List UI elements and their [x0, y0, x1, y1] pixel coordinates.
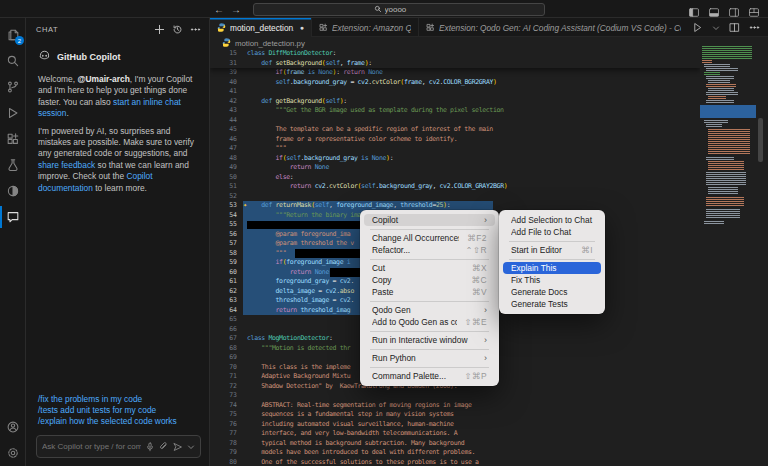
- line-number: 72: [210, 382, 237, 392]
- chat-input[interactable]: [42, 442, 141, 451]
- menu-item-shortcut: ⌘X: [472, 262, 487, 274]
- more-actions-icon[interactable]: [749, 22, 760, 33]
- code-line[interactable]: 73: [210, 391, 700, 401]
- code-line[interactable]: 15class DiffMotionDetector:: [210, 49, 700, 59]
- code-line[interactable]: 51 return cv2.cvtColor(self.background_g…: [210, 182, 700, 192]
- chevron-down-icon[interactable]: [187, 443, 195, 451]
- send-icon[interactable]: [173, 442, 183, 452]
- tab-3[interactable]: Extension: Qodo Gen: AI Coding Assistant…: [419, 18, 688, 37]
- code-line[interactable]: 48 if(self.background_gray is None):: [210, 154, 700, 164]
- chat-paragraph: I'm powered by AI, so surprises and mist…: [38, 126, 197, 194]
- code-text: @param threshold the v: [247, 239, 354, 249]
- nav-forward-icon[interactable]: →: [231, 4, 241, 15]
- code-line[interactable]: 41: [210, 87, 700, 97]
- code-line[interactable]: 77 interface, and very low-bandwidth tel…: [210, 429, 700, 439]
- code-line[interactable]: 39 if(frame is None): return None: [210, 68, 700, 78]
- attach-icon[interactable]: [159, 442, 169, 452]
- menu-item-shortcut: ⌃⇧R: [465, 244, 487, 256]
- activity-item-contrast[interactable]: [0, 178, 26, 204]
- menu-item-paste[interactable]: Paste⌘V: [364, 286, 495, 298]
- more-icon[interactable]: [190, 24, 201, 35]
- code-text: else:: [247, 173, 293, 183]
- minimap-band: [702, 60, 712, 63]
- code-line[interactable]: 42 def getBackground(self):: [210, 97, 700, 107]
- code-line[interactable]: 46 frame or a representative color schem…: [210, 135, 700, 145]
- chat-suggestion[interactable]: /explain how the selected code works: [38, 416, 197, 427]
- menu-item-run-in-interactive-window[interactable]: Run in Interactive window›: [364, 334, 495, 346]
- toggle-sidebar-icon[interactable]: [688, 4, 700, 14]
- toggle-panel-icon[interactable]: [708, 4, 720, 14]
- breadcrumb[interactable]: motion_detection.py: [210, 37, 768, 49]
- code-line[interactable]: 49 return None: [210, 163, 700, 173]
- toggle-secondary-sidebar-icon[interactable]: [728, 4, 740, 14]
- command-center-input[interactable]: [385, 5, 425, 14]
- menu-item-refactor[interactable]: Refactor...⌃⇧R: [364, 244, 495, 256]
- run-icon[interactable]: [692, 22, 703, 33]
- command-center[interactable]: [253, 3, 545, 16]
- code-line[interactable]: 74 ABSTRACT: Real-time segmentation of m…: [210, 401, 700, 411]
- line-number: 48: [210, 154, 237, 164]
- minimap[interactable]: [700, 46, 758, 231]
- menu-item-add-to-qodo-gen-as-context[interactable]: Add to Qodo Gen as context⇧⌘E: [364, 316, 495, 328]
- code-text: typical method is background subtraction…: [247, 439, 464, 449]
- menu-item-shortcut: ⇧⌘E: [465, 316, 487, 328]
- code-line[interactable]: 75 sequences is a fundamental step in ma…: [210, 410, 700, 420]
- activity-item-run-debug[interactable]: [0, 100, 26, 126]
- chat-input-box[interactable]: [36, 435, 201, 458]
- activity-item-account[interactable]: [0, 414, 26, 440]
- split-editor-icon[interactable]: [729, 22, 740, 33]
- submenu-item-fix-this[interactable]: Fix This: [503, 274, 601, 286]
- menu-item-change-all-occurrences[interactable]: Change All Occurrences⌘F2: [364, 232, 495, 244]
- code-line[interactable]: 31 def setBackground(self, frame):: [210, 59, 700, 69]
- new-chat-icon[interactable]: [154, 24, 165, 35]
- code-line[interactable]: 80 One of the successful solutions to th…: [210, 458, 700, 466]
- menu-item-qodo-gen[interactable]: Qodo Gen›: [364, 304, 495, 316]
- submenu-item-add-file-to-chat[interactable]: Add File to Chat: [503, 226, 601, 238]
- tab-1[interactable]: motion_detection.py●: [210, 18, 312, 37]
- line-number: 54: [210, 211, 237, 221]
- activity-item-search[interactable]: [0, 48, 26, 74]
- scrollbar-thumb[interactable]: [758, 118, 763, 162]
- code-line[interactable]: 45 The template can be a spedific region…: [210, 125, 700, 135]
- menu-item-command-palette[interactable]: Command Palette...⇧⌘P: [364, 370, 495, 382]
- chevron-down-icon[interactable]: [712, 24, 720, 32]
- submenu-item-start-in-editor[interactable]: Start in Editor⌘I: [503, 244, 601, 256]
- menu-item-shortcut: ⌘C: [472, 274, 487, 286]
- contrast-icon: [6, 184, 20, 198]
- chat-suggestion[interactable]: /tests add unit tests for my code: [38, 405, 197, 416]
- activity-item-explorer[interactable]: 2: [0, 22, 26, 48]
- submenu-item-add-selection-to-chat[interactable]: Add Selection to Chat: [503, 214, 601, 226]
- activity-item-testing[interactable]: [0, 152, 26, 178]
- activity-item-chat[interactable]: [0, 204, 26, 230]
- menu-item-cut[interactable]: Cut⌘X: [364, 262, 495, 274]
- code-line[interactable]: 44: [210, 116, 700, 126]
- activity-item-source-control[interactable]: [0, 74, 26, 100]
- activity-item-settings-gear[interactable]: [0, 440, 26, 466]
- submenu-item-explain-this[interactable]: Explain This: [503, 262, 601, 274]
- minimap-band: [708, 129, 750, 155]
- nav-back-icon[interactable]: ←: [214, 4, 224, 15]
- chat-link[interactable]: share feedback: [38, 160, 95, 170]
- menu-item-copilot[interactable]: Copilot›: [364, 214, 495, 226]
- breadcrumb-file[interactable]: motion_detection.py: [235, 39, 305, 48]
- activity-item-extensions[interactable]: [0, 126, 26, 152]
- code-line[interactable]: 76 including automated visual surveillan…: [210, 420, 700, 430]
- submenu-item-generate-tests[interactable]: Generate Tests: [503, 298, 601, 310]
- code-line[interactable]: 43 """Get the BGR image used as template…: [210, 106, 700, 116]
- code-line[interactable]: 47 """: [210, 144, 700, 154]
- line-number: 62: [210, 287, 237, 297]
- code-line[interactable]: 79 models have been introduced to deal w…: [210, 448, 700, 458]
- code-line[interactable]: 52: [210, 192, 700, 202]
- menu-item-copy[interactable]: Copy⌘C: [364, 274, 495, 286]
- menu-item-run-python[interactable]: Run Python›: [364, 352, 495, 364]
- mic-icon[interactable]: [145, 442, 155, 452]
- code-line[interactable]: 50 else:: [210, 173, 700, 183]
- chat-suggestion[interactable]: /fix the problems in my code: [38, 394, 197, 405]
- tab-2[interactable]: Extension: Amazon Q: [312, 18, 419, 37]
- history-icon[interactable]: [172, 24, 183, 35]
- menu-item-shortcut: ⇧⌘P: [465, 370, 487, 382]
- code-line[interactable]: 78 typical method is background subtract…: [210, 439, 700, 449]
- submenu-item-generate-docs[interactable]: Generate Docs: [503, 286, 601, 298]
- code-line[interactable]: 40 self.background_gray = cv2.cvtColor(f…: [210, 78, 700, 88]
- customize-layout-icon[interactable]: [748, 4, 760, 14]
